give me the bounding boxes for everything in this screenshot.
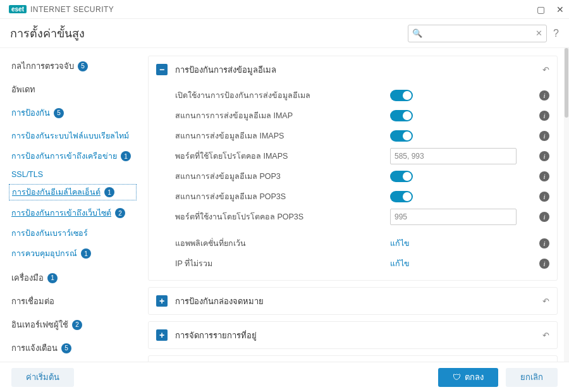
sidebar-item-tools[interactable]: เครื่องมือ 1 — [11, 269, 134, 292]
panel-email-protection: − การป้องกันการส่งข้อมูลอีเมล ↶ เปิดใช้ง… — [148, 56, 558, 281]
undo-icon[interactable]: ↶ — [542, 65, 549, 75]
info-icon[interactable]: i — [539, 111, 549, 121]
setting-row: แอพพลิเคชั่นที่ยกเว้นแก้ไขi — [175, 233, 549, 254]
ok-button[interactable]: 🛡 ตกลง — [438, 368, 498, 387]
panel-title: การป้องกันการส่งข้อมูลอีเมล — [175, 63, 542, 77]
sidebar-item-protection[interactable]: การป้องกัน 5 — [11, 104, 134, 127]
undo-icon[interactable]: ↶ — [542, 331, 549, 340]
sidebar-item-update[interactable]: อัพเดท — [11, 80, 134, 104]
badge: 1 — [81, 248, 91, 259]
brand-text: INTERNET SECURITY — [30, 5, 114, 14]
toggle-switch[interactable] — [390, 110, 413, 121]
search-box[interactable]: 🔍 ✕ — [408, 25, 547, 42]
sidebar-sub-ssltls[interactable]: SSL/TLS — [11, 168, 134, 184]
sidebar-item-label: การป้องกันการเข้าถึงเครือข่าย — [11, 150, 117, 162]
sidebar-item-label: กลไกการตรวจจับ — [11, 59, 74, 73]
setting-row: พอร์ตที่ใช้งานโดยโปรโตคอล POP3Si — [175, 207, 549, 227]
shield-icon: 🛡 — [453, 372, 461, 382]
panel-header[interactable]: +ThreatSense↶ — [149, 356, 557, 362]
sidebar-item-label: เครื่องมือ — [11, 271, 44, 285]
sidebar-item-label: อินเทอร์เฟซผู้ใช้ — [11, 318, 68, 331]
sidebar-item-label: SSL/TLS — [11, 170, 43, 179]
sidebar-item-ui[interactable]: อินเทอร์เฟซผู้ใช้ 2 — [11, 315, 134, 339]
help-icon[interactable]: ? — [553, 28, 559, 39]
sidebar-item-label: อัพเดท — [11, 83, 35, 96]
info-icon[interactable]: i — [539, 151, 549, 161]
setting-label: พอร์ตที่ใช้โดยโปรโตคอล IMAPS — [175, 150, 390, 162]
setting-row: สแกนการการส่งข้อมูลอีเมล IMAPi — [175, 106, 549, 126]
sidebar-sub-realtime[interactable]: การป้องกันระบบไฟล์แบบเรียลไทม์ — [11, 127, 134, 147]
setting-label: เปิดใช้งานการป้องกันการส่งข้อมูลอีเมล — [175, 89, 390, 102]
panel-title: การจัดการรายการที่อยู่ — [175, 329, 542, 342]
badge: 1 — [121, 151, 131, 161]
footer: ค่าเริ่มต้น 🛡 ตกลง ยกเลิก — [0, 362, 569, 392]
sidebar-item-connect[interactable]: การเชื่อมต่อ — [11, 292, 134, 315]
sidebar-item-label: การควบคุมอุปกรณ์ — [11, 247, 77, 260]
undo-icon[interactable]: ↶ — [542, 297, 549, 306]
expand-icon[interactable]: + — [156, 295, 168, 307]
sidebar-sub-web-access[interactable]: การป้องกันการเข้าถึงเว็บไซต์ 2 — [11, 204, 134, 224]
sidebar-item-label: การป้องกันอีเมล์ไคลเอ็นต์ — [12, 186, 101, 199]
sidebar-sub-network[interactable]: การป้องกันการเข้าถึงเครือข่าย 1 — [11, 147, 134, 168]
clear-search-icon[interactable]: ✕ — [535, 28, 542, 38]
panel-collapsed: +การจัดการรายการที่อยู่↶ — [148, 321, 558, 349]
sidebar-item-detection[interactable]: กลไกการตรวจจับ 5 — [11, 57, 134, 80]
scrollbar[interactable] — [564, 48, 569, 362]
window-close-icon[interactable]: ✕ — [556, 4, 564, 15]
window-maximize-icon[interactable]: ▢ — [537, 4, 545, 15]
setting-row: สแกนการส่งข้อมูลอีเมล IMAPSi — [175, 126, 549, 146]
sidebar-sub-email-client[interactable]: การป้องกันอีเมล์ไคลเอ็นต์ 1 — [9, 184, 137, 200]
sidebar-item-label: การป้องกันระบบไฟล์แบบเรียลไทม์ — [11, 130, 129, 142]
toggle-switch[interactable] — [390, 191, 413, 202]
badge: 2 — [72, 320, 82, 330]
setting-row: IP ที่ไม่รวมแก้ไขi — [175, 254, 549, 274]
panel-header-email[interactable]: − การป้องกันการส่งข้อมูลอีเมล ↶ — [149, 56, 557, 83]
content-area: − การป้องกันการส่งข้อมูลอีเมล ↶ เปิดใช้ง… — [140, 48, 569, 362]
cancel-button[interactable]: ยกเลิก — [506, 368, 558, 387]
setting-label: สแกนการส่งข้อมูลอีเมล POP3S — [175, 190, 390, 203]
edit-link[interactable]: แก้ไข — [390, 259, 410, 268]
toggle-switch[interactable] — [390, 130, 413, 142]
info-icon[interactable]: i — [539, 238, 549, 248]
info-icon[interactable]: i — [539, 131, 549, 141]
badge: 5 — [61, 343, 71, 353]
badge: 2 — [115, 208, 125, 218]
toggle-switch[interactable] — [390, 90, 413, 101]
info-icon[interactable]: i — [539, 192, 549, 202]
info-icon[interactable]: i — [539, 212, 549, 222]
badge: 1 — [47, 273, 58, 283]
setting-label: สแกนการส่งข้อมูลอีเมล POP3 — [175, 170, 390, 183]
page-title: การตั้งค่าขั้นสูง — [10, 24, 85, 42]
titlebar: eset INTERNET SECURITY ▢ ✕ — [0, 0, 569, 19]
sidebar-item-label: การแจ้งเตือน — [11, 341, 58, 355]
collapse-icon[interactable]: − — [156, 64, 168, 75]
info-icon[interactable]: i — [539, 171, 549, 181]
search-input[interactable] — [425, 29, 535, 38]
setting-row: เปิดใช้งานการป้องกันการส่งข้อมูลอีเมลi — [175, 85, 549, 106]
edit-link[interactable]: แก้ไข — [390, 239, 410, 248]
panel-title: การป้องกันกล่องจดหมาย — [175, 295, 542, 308]
expand-icon[interactable]: + — [156, 329, 168, 341]
sidebar-item-notify[interactable]: การแจ้งเตือน 5 — [11, 339, 134, 362]
sidebar-sub-device-control[interactable]: การควบคุมอุปกรณ์ 1 — [11, 245, 134, 269]
setting-label: สแกนการการส่งข้อมูลอีเมล IMAP — [175, 109, 390, 122]
default-button[interactable]: ค่าเริ่มต้น — [11, 368, 74, 387]
badge: 5 — [78, 61, 88, 71]
port-input[interactable] — [390, 148, 517, 164]
setting-label: สแกนการส่งข้อมูลอีเมล IMAPS — [175, 130, 390, 142]
brand: eset INTERNET SECURITY — [9, 5, 114, 14]
panel-header[interactable]: +การจัดการรายการที่อยู่↶ — [149, 322, 557, 348]
port-input[interactable] — [390, 209, 517, 225]
info-icon[interactable]: i — [539, 259, 549, 269]
sidebar: กลไกการตรวจจับ 5 อัพเดท การป้องกัน 5 การ… — [0, 48, 140, 362]
sidebar-item-label: การป้องกัน — [11, 106, 50, 119]
setting-row: สแกนการส่งข้อมูลอีเมล POP3Si — [175, 187, 549, 207]
scrollbar-thumb[interactable] — [565, 48, 568, 118]
header-row: การตั้งค่าขั้นสูง 🔍 ✕ ? — [0, 19, 569, 48]
toggle-switch[interactable] — [390, 171, 413, 182]
setting-label: IP ที่ไม่รวม — [175, 257, 390, 270]
panel-header[interactable]: +การป้องกันกล่องจดหมาย↶ — [149, 288, 557, 314]
setting-label: แอพพลิเคชั่นที่ยกเว้น — [175, 237, 390, 250]
info-icon[interactable]: i — [539, 90, 549, 101]
sidebar-sub-browser[interactable]: การป้องกันเบราว์เซอร์ — [11, 224, 134, 245]
